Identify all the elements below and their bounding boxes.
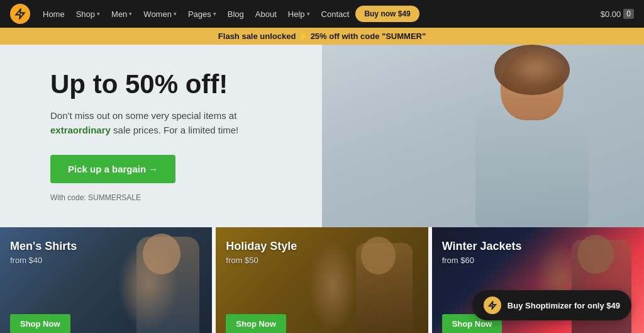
product-card-holiday-style: Holiday Style from $50 Shop Now <box>216 227 428 333</box>
shop-now-button-1[interactable]: Shop Now <box>10 314 70 333</box>
promo-badge-label: Buy Shoptimizer for only $49 <box>508 301 620 310</box>
nav-home[interactable]: Home <box>38 7 70 21</box>
nav-men[interactable]: Men▾ <box>106 7 137 21</box>
card-title-3: Winter Jackets <box>442 240 634 253</box>
navbar: Home Shop▾ Men▾ Women▾ Pages▾ Blog About… <box>0 0 644 28</box>
card-price-2: from $50 <box>226 256 418 265</box>
site-logo[interactable] <box>10 4 30 24</box>
shop-now-button-2[interactable]: Shop Now <box>226 314 286 333</box>
cart-area: $0.00 0 <box>601 9 634 19</box>
svg-marker-1 <box>489 302 496 309</box>
nav-blog[interactable]: Blog <box>223 7 249 21</box>
product-card-mens-shirts: Men's Shirts from $40 Shop Now <box>0 227 212 333</box>
card-price-1: from $40 <box>10 256 202 265</box>
flash-sale-bar: Flash sale unlocked ⚡ 25% off with code … <box>0 28 644 45</box>
hero-subtitle: Don't miss out on some very special item… <box>50 109 289 137</box>
hero-cta-button[interactable]: Pick up a bargain → <box>50 155 175 183</box>
hero-promo-code: With code: SUMMERSALE <box>50 193 594 202</box>
cart-price-display[interactable]: $0.00 0 <box>601 9 634 19</box>
card-content-2: Holiday Style from $50 Shop Now <box>216 227 428 333</box>
flash-sale-text: Flash sale unlocked ⚡ 25% off with code … <box>218 31 426 41</box>
card-content-1: Men's Shirts from $40 Shop Now <box>0 227 212 333</box>
nav-shop[interactable]: Shop▾ <box>71 7 105 21</box>
hero-section: Up to 50% off! Don't miss out on some ve… <box>0 45 644 227</box>
card-title-1: Men's Shirts <box>10 240 202 253</box>
nav-pages[interactable]: Pages▾ <box>183 7 221 21</box>
nav-help[interactable]: Help▾ <box>283 7 315 21</box>
hero-title: Up to 50% off! <box>50 70 594 99</box>
promo-badge[interactable]: Buy Shoptimizer for only $49 <box>472 290 631 320</box>
nav-women[interactable]: Women▾ <box>138 7 182 21</box>
card-price-3: from $60 <box>442 256 634 265</box>
flash-icon: ⚡ <box>298 31 308 41</box>
svg-marker-0 <box>16 9 25 19</box>
nav-about[interactable]: About <box>250 7 282 21</box>
buy-now-button[interactable]: Buy now $49 <box>355 6 419 22</box>
cart-count-badge: 0 <box>623 9 634 19</box>
nav-contact[interactable]: Contact <box>316 7 355 21</box>
promo-badge-icon <box>484 296 501 314</box>
hero-text-block: Up to 50% off! Don't miss out on some ve… <box>50 70 594 202</box>
nav-links: Home Shop▾ Men▾ Women▾ Pages▾ Blog About… <box>38 6 598 22</box>
card-title-2: Holiday Style <box>226 240 418 253</box>
